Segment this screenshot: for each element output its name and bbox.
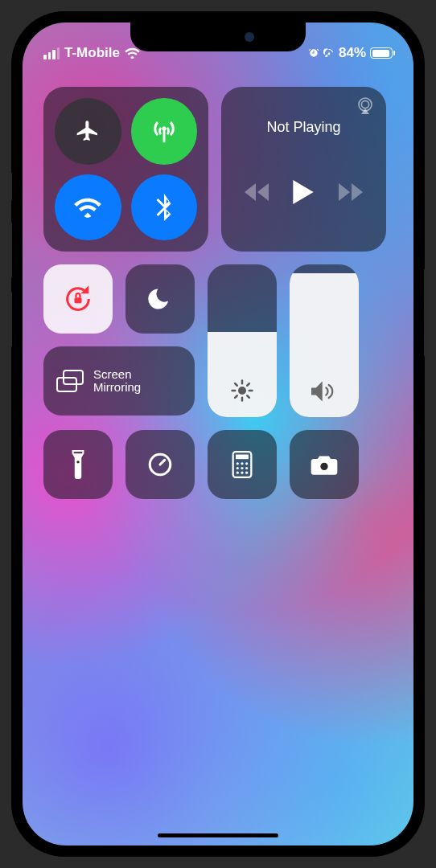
screen-mirroring-label: Screen Mirroring bbox=[93, 368, 150, 395]
phone-frame: T-Mobile 84% bbox=[11, 11, 425, 857]
wifi-icon bbox=[74, 197, 101, 218]
battery-percent: 84% bbox=[339, 45, 366, 61]
brightness-slider[interactable] bbox=[208, 264, 277, 417]
airplane-icon bbox=[75, 118, 101, 144]
battery-icon bbox=[370, 47, 393, 59]
speaker-icon bbox=[290, 380, 359, 403]
flashlight-button[interactable] bbox=[43, 430, 113, 499]
notch bbox=[130, 23, 306, 51]
connectivity-group bbox=[43, 87, 208, 252]
wifi-toggle[interactable] bbox=[55, 174, 121, 241]
volume-up-button[interactable] bbox=[8, 222, 12, 278]
svg-point-20 bbox=[245, 462, 248, 465]
airplay-icon[interactable] bbox=[356, 96, 375, 116]
svg-rect-2 bbox=[75, 297, 82, 303]
play-button[interactable] bbox=[293, 180, 314, 204]
bluetooth-icon bbox=[156, 194, 172, 221]
do-not-disturb-toggle[interactable] bbox=[125, 264, 195, 334]
screen-mirroring-button[interactable]: Screen Mirroring bbox=[43, 346, 195, 416]
calculator-icon bbox=[232, 451, 253, 478]
front-camera bbox=[245, 32, 254, 42]
rotation-lock-toggle[interactable] bbox=[43, 264, 113, 334]
camera-icon bbox=[310, 453, 339, 476]
svg-point-1 bbox=[361, 100, 368, 108]
alarm-icon bbox=[308, 47, 319, 59]
svg-point-23 bbox=[245, 467, 248, 469]
svg-point-24 bbox=[237, 472, 239, 474]
cellular-data-toggle[interactable] bbox=[131, 98, 198, 165]
svg-point-21 bbox=[237, 467, 239, 469]
mute-switch[interactable] bbox=[8, 172, 12, 201]
control-center: Not Playing bbox=[43, 87, 393, 499]
svg-point-22 bbox=[241, 467, 243, 469]
timer-button[interactable] bbox=[125, 430, 195, 499]
wifi-icon bbox=[125, 47, 140, 59]
svg-rect-17 bbox=[236, 455, 249, 460]
bluetooth-toggle[interactable] bbox=[131, 174, 198, 241]
media-controls[interactable]: Not Playing bbox=[221, 87, 386, 252]
moon-icon bbox=[148, 287, 172, 311]
svg-point-14 bbox=[76, 461, 79, 463]
calculator-button[interactable] bbox=[208, 430, 277, 499]
forward-button[interactable] bbox=[339, 183, 363, 201]
now-playing-label: Not Playing bbox=[232, 119, 375, 136]
cellular-signal-icon bbox=[43, 47, 60, 59]
flashlight-icon bbox=[70, 450, 86, 479]
volume-slider[interactable] bbox=[290, 264, 359, 417]
antenna-icon bbox=[150, 117, 178, 145]
rewind-button[interactable] bbox=[245, 183, 269, 201]
rotation-lock-status-icon bbox=[323, 47, 335, 59]
timer-icon bbox=[146, 451, 174, 478]
screen-mirroring-icon bbox=[56, 370, 84, 392]
airplane-mode-toggle[interactable] bbox=[55, 98, 121, 165]
svg-point-26 bbox=[245, 472, 248, 474]
power-button[interactable] bbox=[424, 268, 428, 357]
svg-point-25 bbox=[241, 472, 243, 474]
svg-point-18 bbox=[237, 462, 239, 465]
screen: T-Mobile 84% bbox=[23, 23, 413, 845]
volume-down-button[interactable] bbox=[8, 291, 12, 347]
camera-button[interactable] bbox=[290, 430, 359, 499]
home-indicator[interactable] bbox=[158, 833, 278, 837]
carrier-label: T-Mobile bbox=[64, 45, 120, 61]
svg-point-19 bbox=[241, 462, 243, 465]
rotation-lock-icon bbox=[62, 283, 94, 315]
battery-fill bbox=[372, 50, 390, 57]
tutorial-highlight bbox=[208, 264, 277, 417]
